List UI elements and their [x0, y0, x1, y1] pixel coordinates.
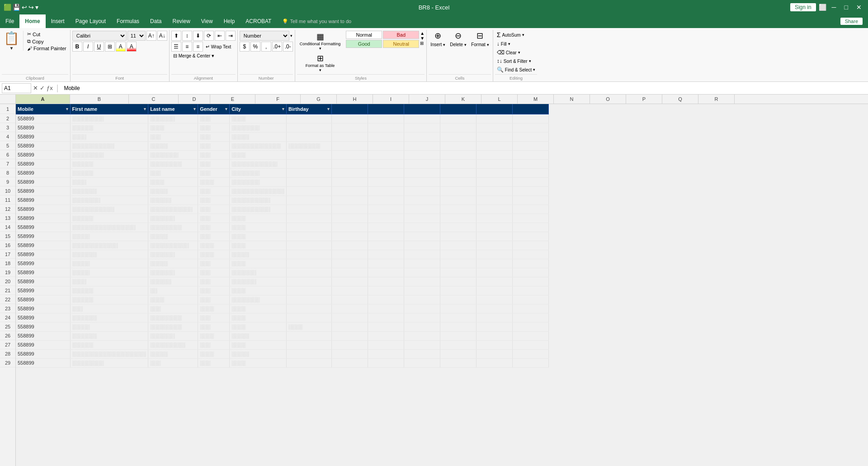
fill-color-button[interactable]: A — [116, 42, 126, 52]
filter-dropdown-birthday[interactable]: ▾ — [327, 107, 330, 111]
cut-button[interactable]: ✂ Cut — [25, 31, 68, 38]
col-header-C[interactable]: C — [129, 95, 179, 104]
col-header-P[interactable]: P — [626, 95, 662, 104]
header-cell-i[interactable] — [404, 104, 440, 114]
comma-button[interactable]: , — [261, 42, 271, 52]
number-format-select[interactable]: Number — [240, 31, 289, 41]
customize-icon[interactable]: ▾ — [35, 4, 38, 11]
autosum-dropdown-icon[interactable]: ▾ — [522, 33, 524, 37]
header-cell-j[interactable] — [440, 104, 476, 114]
row-num-25[interactable]: 25 — [0, 322, 15, 331]
col-header-M[interactable]: M — [518, 95, 554, 104]
menu-formulas[interactable]: Formulas — [111, 14, 145, 28]
row-num-2[interactable]: 2 — [0, 114, 15, 123]
undo-icon[interactable]: ↩ — [22, 4, 27, 11]
menu-view[interactable]: View — [196, 14, 218, 28]
clear-button[interactable]: ⌫ Clear ▾ — [495, 49, 537, 56]
format-painter-button[interactable]: 🖌 Format Painter — [25, 45, 68, 52]
delete-button[interactable]: Delete ▾ — [448, 42, 468, 48]
col-header-I[interactable]: I — [373, 95, 409, 104]
formula-confirm-icon[interactable]: ✓ — [40, 85, 45, 91]
row-num-24[interactable]: 24 — [0, 313, 15, 322]
filter-dropdown-mobile[interactable]: ▾ — [66, 107, 68, 111]
number-dropdown-icon[interactable]: ▾ — [290, 33, 292, 38]
row-num-16[interactable]: 16 — [0, 241, 15, 250]
row-num-19[interactable]: 19 — [0, 268, 15, 277]
menu-data[interactable]: Data — [145, 14, 167, 28]
filter-dropdown-city[interactable]: ▾ — [282, 107, 284, 111]
col-header-Q[interactable]: Q — [662, 95, 698, 104]
row-num-11[interactable]: 11 — [0, 195, 15, 204]
menu-page-layout[interactable]: Page Layout — [70, 14, 111, 28]
col-header-A[interactable]: A — [16, 95, 70, 104]
row-num-22[interactable]: 22 — [0, 295, 15, 304]
menu-acrobat[interactable]: ACROBAT — [240, 14, 277, 28]
underline-button[interactable]: U — [94, 42, 104, 52]
header-cell-k[interactable] — [476, 104, 513, 114]
formula-insert-function-icon[interactable]: ƒx — [47, 85, 53, 91]
align-top-button[interactable]: ⬆ — [171, 31, 181, 41]
col-header-H[interactable]: H — [337, 95, 373, 104]
header-cell-h[interactable] — [368, 104, 404, 114]
font-color-button[interactable]: A — [127, 42, 137, 52]
row-num-23[interactable]: 23 — [0, 304, 15, 313]
normal-style[interactable]: Normal — [346, 31, 382, 39]
conditional-formatting-button[interactable]: ▦ Conditional Formatting ▾ — [297, 31, 344, 52]
fill-dropdown-icon[interactable]: ▾ — [508, 42, 510, 46]
header-cell-mobile[interactable]: Mobile ▾ — [16, 104, 70, 114]
col-header-B[interactable]: B — [70, 95, 129, 104]
header-cell-lastname[interactable]: Last name ▾ — [148, 104, 198, 114]
close-button[interactable]: ✕ — [854, 4, 864, 11]
row-num-21[interactable]: 21 — [0, 286, 15, 295]
styles-expand-icon[interactable]: ⊞ — [420, 41, 425, 46]
indent-decrease-button[interactable]: ⇤ — [215, 31, 225, 41]
row-num-26[interactable]: 26 — [0, 331, 15, 340]
styles-scroll-down-icon[interactable]: ▼ — [420, 36, 425, 41]
share-button[interactable]: Share — [835, 14, 868, 28]
filter-dropdown-firstname[interactable]: ▾ — [144, 107, 146, 111]
tell-me-box[interactable]: 💡 Tell me what you want to do — [277, 14, 357, 28]
format-as-table-button[interactable]: ⊞ Format as Table ▾ — [297, 52, 344, 73]
sort-dropdown-icon[interactable]: ▾ — [529, 59, 531, 63]
sort-filter-button[interactable]: ↕↓ Sort & Filter ▾ — [495, 57, 537, 65]
decimal-increase-button[interactable]: .0+ — [272, 42, 282, 52]
row-num-4[interactable]: 4 — [0, 132, 15, 141]
font-size-decrease-button[interactable]: A↓ — [157, 31, 167, 41]
header-cell-l[interactable] — [513, 104, 549, 114]
share-btn[interactable]: Share — [840, 18, 863, 25]
neutral-style[interactable]: Neutral — [383, 40, 419, 48]
header-cell-city[interactable]: City ▾ — [230, 104, 287, 114]
align-left-button[interactable]: ☰ — [171, 42, 181, 52]
col-header-E[interactable]: E — [210, 95, 255, 104]
font-family-select[interactable]: Calibri — [72, 31, 127, 41]
styles-scroll[interactable]: ▲ ▼ ⊞ — [420, 31, 425, 46]
row-num-28[interactable]: 28 — [0, 349, 15, 358]
col-header-R[interactable]: R — [698, 95, 735, 104]
col-header-K[interactable]: K — [445, 95, 481, 104]
row-num-7[interactable]: 7 — [0, 159, 15, 168]
row-num-8[interactable]: 8 — [0, 168, 15, 177]
menu-file[interactable]: File — [0, 14, 19, 28]
formula-cancel-icon[interactable]: ✕ — [33, 85, 38, 91]
find-select-button[interactable]: 🔍 Find & Select ▾ — [495, 66, 537, 73]
row-num-15[interactable]: 15 — [0, 232, 15, 241]
row-num-14[interactable]: 14 — [0, 223, 15, 232]
col-header-J[interactable]: J — [409, 95, 445, 104]
currency-button[interactable]: $ — [240, 42, 250, 52]
row-num-3[interactable]: 3 — [0, 123, 15, 132]
align-center-button[interactable]: ≡ — [182, 42, 192, 52]
merge-dropdown-icon[interactable]: ▾ — [212, 53, 214, 59]
row-num-6[interactable]: 6 — [0, 150, 15, 159]
autosum-button[interactable]: Σ AutoSum ▾ — [495, 31, 537, 39]
header-cell-g[interactable] — [332, 104, 368, 114]
bad-style[interactable]: Bad — [383, 31, 419, 39]
percent-button[interactable]: % — [250, 42, 260, 52]
row-num-1[interactable]: 1 — [0, 104, 15, 114]
maximize-button[interactable]: □ — [842, 4, 851, 11]
good-style[interactable]: Good — [346, 40, 382, 48]
col-header-F[interactable]: F — [255, 95, 301, 104]
header-cell-birthday[interactable]: Birthday ▾ — [287, 104, 332, 114]
col-header-N[interactable]: N — [554, 95, 590, 104]
row-num-12[interactable]: 12 — [0, 204, 15, 214]
minimize-button[interactable]: ─ — [829, 4, 839, 11]
